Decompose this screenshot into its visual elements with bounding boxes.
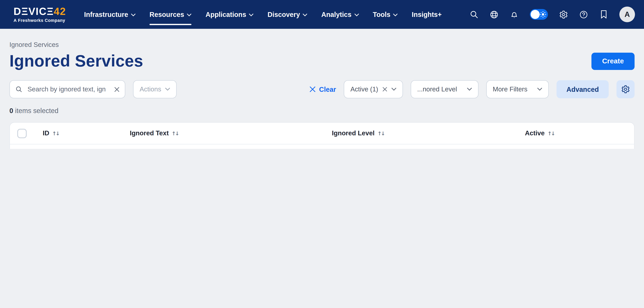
sort-icon: ↑↓ xyxy=(548,130,554,136)
ignored-services-page: DΞVICΞ42 A Freshworks Company Infrastruc… xyxy=(0,0,644,149)
create-button[interactable]: Create xyxy=(592,52,634,70)
bookmark-icon[interactable] xyxy=(599,10,608,19)
col-header-active[interactable]: Active↑↓ xyxy=(525,129,606,137)
chevron-down-icon xyxy=(249,13,254,16)
remove-filter-icon[interactable] xyxy=(382,87,387,92)
settings-gear-icon[interactable] xyxy=(559,10,568,19)
sun-icon xyxy=(540,11,546,19)
logo-42-accent: 42 xyxy=(54,5,66,17)
table-row: 23080 abrt-pstoreoops Service Name xyxy=(10,144,634,149)
search-input[interactable] xyxy=(27,85,110,93)
menu-infrastructure[interactable]: Infrastructure xyxy=(84,8,136,21)
clear-search-icon[interactable] xyxy=(114,87,120,92)
page-header-row: Ignored Services Create xyxy=(10,52,635,70)
chevron-down-icon xyxy=(354,13,359,16)
filter-toolbar: Actions Clear Active (1) ...nored Level … xyxy=(10,80,635,98)
menu-analytics[interactable]: Analytics xyxy=(322,8,359,21)
chevron-down-icon xyxy=(131,13,136,16)
nav-utility-icons: A xyxy=(470,7,635,22)
col-header-id[interactable]: ID↑↓ xyxy=(43,129,130,137)
chevron-down-icon xyxy=(537,88,542,91)
menu-resources[interactable]: Resources xyxy=(150,8,192,21)
sort-icon: ↑↓ xyxy=(378,130,384,136)
toggle-knob xyxy=(531,10,540,19)
filter-chip-active[interactable]: Active (1) xyxy=(344,80,403,98)
col-header-ignored-level[interactable]: Ignored Level↑↓ xyxy=(332,129,525,137)
chevron-down-icon xyxy=(393,13,398,16)
menu-applications[interactable]: Applications xyxy=(206,8,254,21)
sort-icon: ↑↓ xyxy=(172,130,178,136)
sort-icon: ↑↓ xyxy=(52,130,59,136)
chevron-down-icon xyxy=(303,13,307,16)
device42-logo[interactable]: DΞVICΞ42 A Freshworks Company xyxy=(14,6,66,23)
actions-dropdown[interactable]: Actions xyxy=(133,80,177,98)
notifications-bell-icon[interactable] xyxy=(510,10,519,19)
menu-discovery[interactable]: Discovery xyxy=(268,8,308,21)
table-header-row: ID↑↓ Ignored Text↑↓ Ignored Level↑↓ Acti… xyxy=(10,123,634,144)
ignored-services-table: ID↑↓ Ignored Text↑↓ Ignored Level↑↓ Acti… xyxy=(10,122,635,149)
filter-chip-more-filters[interactable]: More Filters xyxy=(486,80,549,98)
logo-wordmark: DΞVICΞ42 xyxy=(14,6,66,17)
chevron-down-icon xyxy=(187,13,192,16)
user-avatar[interactable]: A xyxy=(620,7,635,22)
search-field xyxy=(10,80,126,98)
globe-icon[interactable] xyxy=(490,10,499,19)
top-navigation-bar: DΞVICΞ42 A Freshworks Company Infrastruc… xyxy=(0,0,644,29)
logo-tagline: A Freshworks Company xyxy=(14,18,66,23)
menu-tools[interactable]: Tools xyxy=(373,8,398,21)
clear-filters-button[interactable]: Clear xyxy=(310,85,336,93)
advanced-button[interactable]: Advanced xyxy=(556,80,609,98)
main-menu: Infrastructure Resources Applications Di… xyxy=(84,8,442,21)
search-icon xyxy=(15,86,22,93)
chevron-down-icon xyxy=(165,88,170,91)
menu-insights-plus[interactable]: Insights+ xyxy=(412,8,442,21)
chevron-down-icon xyxy=(391,88,396,91)
filter-chip-ignored-level[interactable]: ...nored Level xyxy=(411,80,478,98)
search-icon[interactable] xyxy=(470,10,478,19)
clear-x-icon xyxy=(310,86,316,92)
help-icon[interactable] xyxy=(579,10,588,19)
page-title: Ignored Services xyxy=(10,52,143,70)
breadcrumb[interactable]: Ignored Services xyxy=(10,41,635,49)
table-settings-button[interactable] xyxy=(616,80,634,98)
selection-count: 0 items selected xyxy=(10,107,635,115)
select-all-checkbox[interactable] xyxy=(17,128,27,138)
chevron-down-icon xyxy=(467,88,472,91)
page-content: Ignored Services Ignored Services Create… xyxy=(0,41,644,149)
col-header-ignored-text[interactable]: Ignored Text↑↓ xyxy=(130,129,332,137)
theme-toggle[interactable] xyxy=(530,9,548,20)
gear-icon xyxy=(621,85,630,94)
